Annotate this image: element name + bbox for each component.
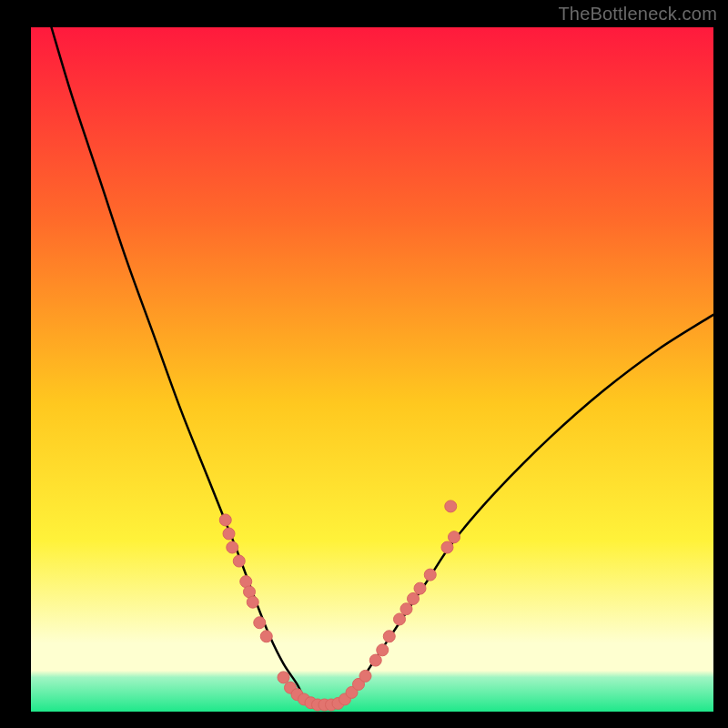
marker-point	[441, 541, 453, 553]
marker-point	[278, 672, 289, 683]
marker-point	[377, 644, 389, 656]
marker-point	[227, 541, 238, 553]
marker-point	[445, 500, 457, 512]
marker-point	[233, 555, 245, 567]
marker-point	[383, 631, 395, 642]
marker-point	[359, 670, 371, 682]
plot-background	[31, 27, 713, 712]
marker-point	[254, 617, 266, 629]
marker-point	[394, 613, 406, 625]
marker-point	[260, 631, 272, 642]
watermark-text: TheBottleneck.com	[558, 4, 717, 25]
marker-point	[223, 528, 235, 540]
marker-point	[219, 514, 231, 526]
marker-point	[408, 592, 420, 604]
chart-stage: TheBottleneck.com	[0, 0, 728, 728]
marker-point	[400, 603, 412, 615]
marker-point	[247, 596, 258, 608]
marker-point	[414, 582, 426, 594]
chart-svg	[0, 0, 728, 728]
marker-point	[449, 531, 460, 543]
marker-point	[369, 654, 381, 666]
marker-point	[424, 569, 436, 581]
